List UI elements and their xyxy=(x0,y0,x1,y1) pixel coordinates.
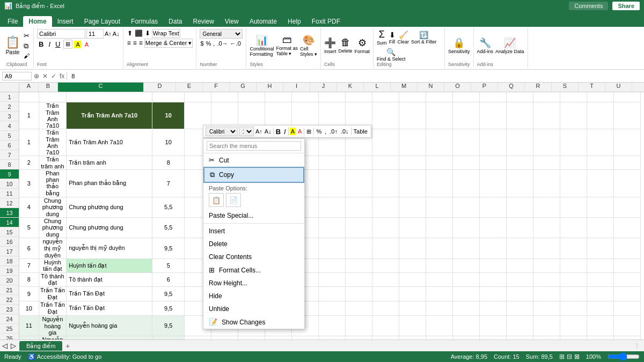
cell-2-Q[interactable] xyxy=(507,102,533,129)
cell-7-R[interactable] xyxy=(533,217,560,238)
cell-2-O[interactable] xyxy=(453,102,480,129)
cell-7-b[interactable]: Chung phương dung xyxy=(39,217,67,238)
cell-6-T[interactable] xyxy=(587,197,614,217)
row-num-6[interactable]: 6 xyxy=(0,141,19,150)
ctx-show-changes-item[interactable]: 📝 Show Changes xyxy=(203,315,304,329)
cell-12-b[interactable]: Trần Tấn Đạt xyxy=(39,301,67,315)
mini-dec-dn[interactable]: .0↓ xyxy=(340,128,350,135)
cell-7-S[interactable] xyxy=(560,217,587,238)
comma-button[interactable]: , xyxy=(213,40,215,47)
cell-5-N[interactable] xyxy=(426,169,453,197)
cell-7-P[interactable] xyxy=(480,217,507,238)
cell-4-d[interactable]: 8 xyxy=(152,156,185,169)
cell-4-O[interactable] xyxy=(453,156,480,169)
row-num-3[interactable]: 3 xyxy=(0,112,19,121)
col-header-o[interactable]: O xyxy=(444,83,471,92)
ctx-delete-item[interactable]: Delete xyxy=(203,238,304,250)
cell-4-P[interactable] xyxy=(480,156,507,169)
cell-3-P[interactable] xyxy=(480,129,507,156)
cell-12-L[interactable] xyxy=(372,301,399,315)
cell-1-L[interactable] xyxy=(372,92,399,102)
zoom-slider[interactable] xyxy=(608,352,640,361)
cell-11-N[interactable] xyxy=(426,286,453,301)
row-num-22[interactable]: 22 xyxy=(0,295,19,305)
cell-9-T[interactable] xyxy=(587,258,614,272)
cell-3-U[interactable] xyxy=(614,129,641,156)
cell-9-Q[interactable] xyxy=(507,258,533,272)
cell-4-c[interactable]: Trần trâm anh xyxy=(67,156,152,169)
paste-option-2[interactable]: 📄 xyxy=(226,193,241,207)
highlight-button[interactable]: A xyxy=(74,41,81,48)
row-num-15[interactable]: 15 xyxy=(0,227,19,237)
cell-2-L[interactable] xyxy=(372,102,399,129)
table-row[interactable]: 8Tô thành đạtTô thành đạt6 xyxy=(19,272,641,286)
sheet-options-icon[interactable]: ⋮ xyxy=(634,343,640,349)
cell-13-S[interactable] xyxy=(560,315,587,336)
table-row[interactable]: 5Chung phương dungChung phương dung5,5 xyxy=(19,217,641,238)
cell-10-d[interactable]: 6 xyxy=(152,272,185,286)
sensitivity-button[interactable]: 🔒 Sensitivity xyxy=(448,37,470,54)
clear-button[interactable]: 🧹 Clear xyxy=(398,31,409,45)
cell-7-J[interactable] xyxy=(319,217,346,238)
ctx-row-height-item[interactable]: Row Height... xyxy=(203,277,304,290)
align-right-button[interactable]: ≡ xyxy=(138,39,143,48)
cell-13-c[interactable]: Nguyễn hoàng gia xyxy=(67,315,152,336)
cell-8-O[interactable] xyxy=(453,238,480,258)
conditional-formatting-button[interactable]: 📊 ConditionalFormatting xyxy=(250,34,274,57)
cell-5-L[interactable] xyxy=(372,169,399,197)
copy-ribbon-button[interactable]: ⧉ xyxy=(23,41,30,51)
cell-3-N[interactable] xyxy=(426,129,453,156)
format-ribbon-button[interactable]: ⚙ Format xyxy=(355,37,370,54)
cell-12-K[interactable] xyxy=(346,301,372,315)
col-header-b[interactable]: B xyxy=(39,83,58,92)
cell-12-U[interactable] xyxy=(614,301,641,315)
cell-1-c[interactable] xyxy=(67,92,152,102)
cell-5-a[interactable]: 3 xyxy=(19,169,39,197)
decrease-font-button[interactable]: A↓ xyxy=(113,31,120,37)
sheet-nav-right[interactable]: ▷ xyxy=(11,342,16,350)
find-select-button[interactable]: 🔍 Find & Select xyxy=(377,48,406,62)
paste-option-1[interactable]: 📋 xyxy=(209,193,224,207)
col-header-f[interactable]: F xyxy=(203,83,230,92)
cell-1-T[interactable] xyxy=(587,92,614,102)
cell-11-K[interactable] xyxy=(346,286,372,301)
align-top-button[interactable]: ⬆ xyxy=(127,29,133,38)
cell-1-I[interactable] xyxy=(292,92,319,102)
paste-button[interactable]: 📋 Paste xyxy=(3,34,22,56)
cell-11-S[interactable] xyxy=(560,286,587,301)
cell-7-O[interactable] xyxy=(453,217,480,238)
bold-button[interactable]: B xyxy=(37,40,45,49)
row-num-17[interactable]: 17 xyxy=(0,247,19,256)
cell-1-P[interactable] xyxy=(480,92,507,102)
cell-7-Q[interactable] xyxy=(507,217,533,238)
cell-7-U[interactable] xyxy=(614,217,641,238)
row-num-25[interactable]: 25 xyxy=(0,324,19,334)
tab-data[interactable]: Data xyxy=(163,16,187,27)
wrap-text-button[interactable]: Wrap Text xyxy=(152,29,180,38)
cell-13-T[interactable] xyxy=(587,315,614,336)
col-header-t[interactable]: T xyxy=(579,83,605,92)
cell-7-T[interactable] xyxy=(587,217,614,238)
cell-4-L[interactable] xyxy=(372,156,399,169)
cell-9-b[interactable]: Huỳnh tấn đạt xyxy=(39,258,67,272)
ctx-search-input[interactable] xyxy=(207,141,301,151)
mini-font-size[interactable]: 11 xyxy=(239,127,254,136)
col-header-g[interactable]: G xyxy=(230,83,257,92)
cell-1-O[interactable] xyxy=(453,92,480,102)
page-layout-view-button[interactable]: ⊟ xyxy=(567,353,572,360)
cell-3-Q[interactable] xyxy=(507,129,533,156)
cell-6-c[interactable]: Chung phương dung xyxy=(67,197,152,217)
row-num-4[interactable]: 4 xyxy=(0,121,19,131)
cell-4-K[interactable] xyxy=(346,156,372,169)
cell-10-O[interactable] xyxy=(453,272,480,286)
cell-1-H[interactable] xyxy=(265,92,292,102)
row-num-21[interactable]: 21 xyxy=(0,285,19,295)
cell-1-d[interactable] xyxy=(152,92,185,102)
cell-9-a[interactable]: 7 xyxy=(19,258,39,272)
cell-12-Q[interactable] xyxy=(507,301,533,315)
sum-button[interactable]: Σ Sum xyxy=(377,29,387,46)
cell-13-M[interactable] xyxy=(399,315,426,336)
formula-input[interactable] xyxy=(69,72,642,80)
cell-5-R[interactable] xyxy=(533,169,560,197)
cell-13-N[interactable] xyxy=(426,315,453,336)
